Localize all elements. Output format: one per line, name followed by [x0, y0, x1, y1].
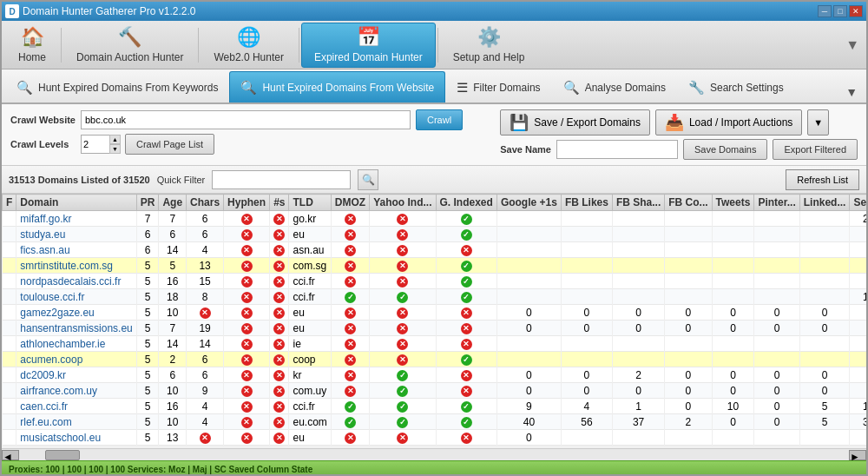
table-row[interactable]: nordpasdecalais.cci.fr 5 16 15 ✕ ✕ cci.f… [3, 274, 867, 289]
cell-yahoo: ✓ [370, 289, 436, 305]
table-row[interactable]: acumen.coop 5 2 6 ✕ ✕ coop ✕ ✕ ✓ 0 [3, 352, 867, 367]
col-dmoz[interactable]: DMOZ [331, 195, 369, 211]
crawl-page-list-button[interactable]: Crawl Page List [125, 134, 214, 155]
cell-dmoz: ✕ [331, 274, 369, 289]
col-g-indexed[interactable]: G. Indexed [436, 195, 496, 211]
nav-setup[interactable]: ⚙️ Setup and Help [440, 23, 538, 68]
load-import-dropdown[interactable]: ▼ [807, 109, 829, 136]
cell-fb-co: 0 [665, 383, 712, 399]
cell-hash: ✕ [270, 211, 289, 227]
col-f[interactable]: F [3, 195, 16, 211]
check-icon: ✓ [461, 276, 472, 288]
cell-chars: 6 [187, 352, 224, 367]
cell-dmoz: ✕ [331, 352, 369, 367]
col-semr[interactable]: SemR... [850, 195, 866, 211]
cell-tweets [712, 336, 754, 352]
table-row[interactable]: athlonechamber.ie 5 14 14 ✕ ✕ ie ✕ ✕ ✕ 5… [3, 336, 867, 352]
scroll-right-btn[interactable]: ► [849, 450, 866, 460]
sub-nav-keywords[interactable]: 🔍 Hunt Expired Domains From Keywords [5, 71, 229, 102]
col-pr[interactable]: PR [136, 195, 159, 211]
crawl-levels-spinbox[interactable]: ▲ ▼ [81, 135, 120, 154]
col-hyphen[interactable]: Hyphen [224, 195, 270, 211]
cell-pr: 6 [136, 227, 159, 242]
table-row[interactable]: studya.eu 6 6 6 ✕ ✕ eu ✕ ✕ ✓ 4183 [3, 227, 867, 242]
nav-home[interactable]: 🏠 Home [5, 23, 59, 68]
cell-yahoo: ✓ [370, 414, 436, 430]
nav-dropdown-btn[interactable]: ▼ [845, 37, 863, 53]
data-table-container[interactable]: F Domain PR Age Chars Hyphen #s TLD DMOZ… [2, 194, 866, 448]
col-tld[interactable]: TLD [289, 195, 331, 211]
scroll-left-btn[interactable]: ◄ [2, 450, 19, 460]
col-yahoo[interactable]: Yahoo Ind... [370, 195, 436, 211]
spinbox-down[interactable]: ▼ [109, 144, 121, 154]
cell-semr: 256 [850, 383, 866, 399]
quick-filter-input[interactable] [212, 170, 351, 189]
col-linked[interactable]: Linked... [799, 195, 850, 211]
cell-g-indexed: ✓ [436, 289, 496, 305]
col-fb-sha[interactable]: FB Sha... [612, 195, 664, 211]
sub-nav-dropdown-btn[interactable]: ▼ [840, 82, 863, 102]
scroll-thumb[interactable] [45, 450, 80, 460]
col-chars[interactable]: Chars [187, 195, 224, 211]
table-row[interactable]: musicatschool.eu 5 13 ✕ ✕ ✕ eu ✕ ✕ ✕ 0 4… [3, 430, 867, 446]
minimize-btn[interactable]: ─ [818, 5, 832, 17]
table-row[interactable]: airfrance.com.uy 5 10 9 ✕ ✕ com.uy ✕ ✓ ✕… [3, 383, 867, 399]
close-btn[interactable]: ✕ [849, 5, 863, 17]
nav-web2[interactable]: 🌐 Web2.0 Hunter [201, 23, 297, 68]
crawl-button[interactable]: Crawl [416, 109, 463, 130]
col-pinter[interactable]: Pinter... [754, 195, 799, 211]
save-domains-button[interactable]: Save Domains [683, 139, 768, 160]
col-tweets[interactable]: Tweets [712, 195, 754, 211]
col-fb-co[interactable]: FB Co... [665, 195, 712, 211]
table-row[interactable]: dc2009.kr 5 6 6 ✕ ✕ kr ✕ ✓ ✕ 0 0 2 0 0 0… [3, 367, 867, 383]
col-fb-likes[interactable]: FB Likes [561, 195, 612, 211]
sub-nav-analyse[interactable]: 🔍 Analyse Domains [552, 71, 677, 102]
table-row[interactable]: fics.asn.au 6 14 4 ✕ ✕ asn.au ✕ ✕ ✕ 19 [3, 242, 867, 258]
cell-linked: 0 [799, 367, 850, 383]
search-button[interactable]: 🔍 [358, 169, 378, 190]
table-row[interactable]: mifaff.go.kr 7 7 6 ✕ ✕ go.kr ✕ ✕ ✓ 28013 [3, 211, 867, 227]
cross-icon: ✕ [345, 229, 356, 241]
table-row[interactable]: rlef.eu.com 5 10 4 ✕ ✕ eu.com ✓ ✓ ✓ 40 5… [3, 414, 867, 430]
nav-auction[interactable]: 🔨 Domain Auction Hunter [63, 23, 196, 68]
cell-fb-sha: 0 [612, 305, 664, 321]
export-filtered-button[interactable]: Export Filtered [773, 139, 858, 160]
save-export-button[interactable]: 💾 Save / Export Domains [500, 109, 650, 136]
refresh-list-button[interactable]: Refresh List [786, 169, 859, 190]
cross-icon: ✕ [273, 433, 285, 444]
sub-nav-settings[interactable]: 🔧 Search Settings [677, 71, 795, 102]
crawl-website-input[interactable] [81, 110, 411, 129]
col-age[interactable]: Age [159, 195, 187, 211]
spinbox-up[interactable]: ▲ [109, 135, 121, 144]
check-icon: ✓ [461, 354, 472, 366]
col-google1[interactable]: Google +1s [496, 195, 561, 211]
sub-nav-website[interactable]: 🔍 Hunt Expired Domains From Website [229, 71, 445, 102]
table-row[interactable]: toulouse.cci.fr 5 18 8 ✕ ✕ cci.fr ✓ ✓ ✓ … [3, 289, 867, 305]
cross-icon: ✕ [345, 245, 356, 256]
cross-icon: ✕ [461, 339, 472, 350]
cell-fb-sha [612, 211, 664, 227]
analyse-icon: 🔍 [563, 80, 580, 96]
save-name-input[interactable] [556, 140, 678, 159]
cell-g-indexed: ✓ [436, 274, 496, 289]
maximize-btn[interactable]: □ [833, 5, 847, 17]
nav-expired[interactable]: 📅 Expired Domain Hunter [301, 23, 436, 68]
horizontal-scrollbar[interactable]: ◄ ► [2, 448, 866, 460]
col-hash[interactable]: #s [270, 195, 289, 211]
cell-g-indexed: ✓ [436, 211, 496, 227]
table-row[interactable]: hansentransmissions.eu 5 7 19 ✕ ✕ eu ✕ ✕… [3, 321, 867, 336]
sub-nav-filter[interactable]: ☰ Filter Domains [445, 71, 551, 102]
cell-f [3, 242, 16, 258]
crawl-levels-input[interactable] [82, 139, 109, 149]
cell-linked: 0 [799, 321, 850, 336]
col-domain[interactable]: Domain [16, 195, 136, 211]
cross-icon: ✕ [345, 307, 356, 319]
load-import-button[interactable]: 📥 Load / Import Auctions [655, 109, 802, 136]
cell-fb-co [665, 274, 712, 289]
table-row[interactable]: smrtinstitute.com.sg 5 5 13 ✕ ✕ com.sg ✕… [3, 258, 867, 274]
cell-semr: 265 [850, 367, 866, 383]
nav-bar: 🏠 Home 🔨 Domain Auction Hunter 🌐 Web2.0 … [2, 21, 866, 69]
cell-tld: go.kr [289, 211, 331, 227]
table-row[interactable]: caen.cci.fr 5 16 4 ✕ ✕ cci.fr ✓ ✓ ✓ 9 4 … [3, 399, 867, 414]
table-row[interactable]: gamez2gaze.eu 5 10 ✕ ✕ ✕ eu ✕ ✕ ✕ 0 0 0 … [3, 305, 867, 321]
